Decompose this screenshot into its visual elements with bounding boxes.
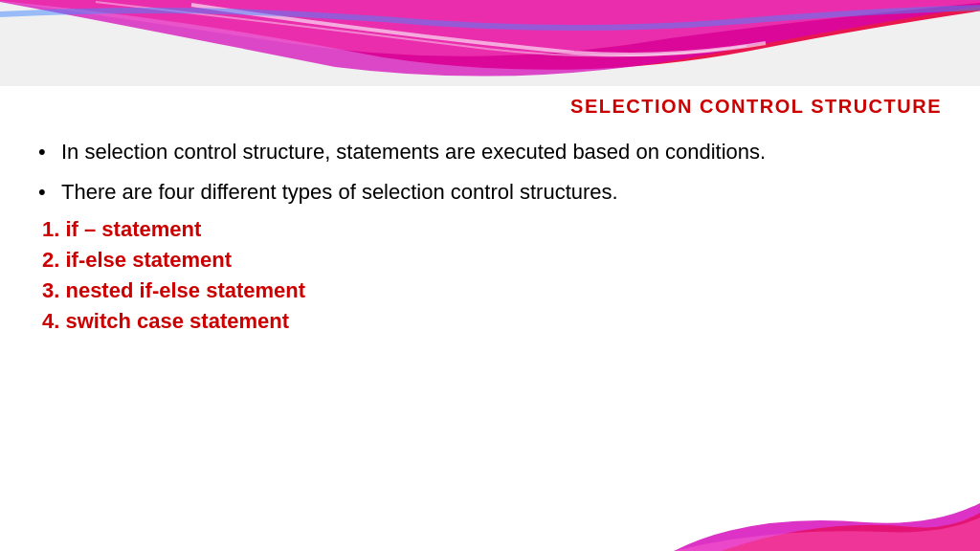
bottom-banner	[674, 494, 980, 551]
numbered-item-1: 1. if – statement	[38, 217, 942, 242]
numbered-item-3: 3. nested if-else statement	[38, 278, 942, 303]
numbered-item-4: 4. switch case statement	[38, 309, 942, 334]
numbered-list: 1. if – statement 2. if-else statement 3…	[38, 217, 942, 334]
bullet-item-2: There are four different types of select…	[38, 177, 942, 208]
top-banner	[0, 0, 980, 86]
slide-title: SELECTION CONTROL STRUCTURE	[38, 96, 942, 118]
slide-content: SELECTION CONTROL STRUCTURE In selection…	[0, 86, 980, 494]
bullet-item-1: In selection control structure, statemen…	[38, 137, 942, 167]
bullet-list: In selection control structure, statemen…	[38, 137, 942, 208]
numbered-item-2: 2. if-else statement	[38, 248, 942, 273]
